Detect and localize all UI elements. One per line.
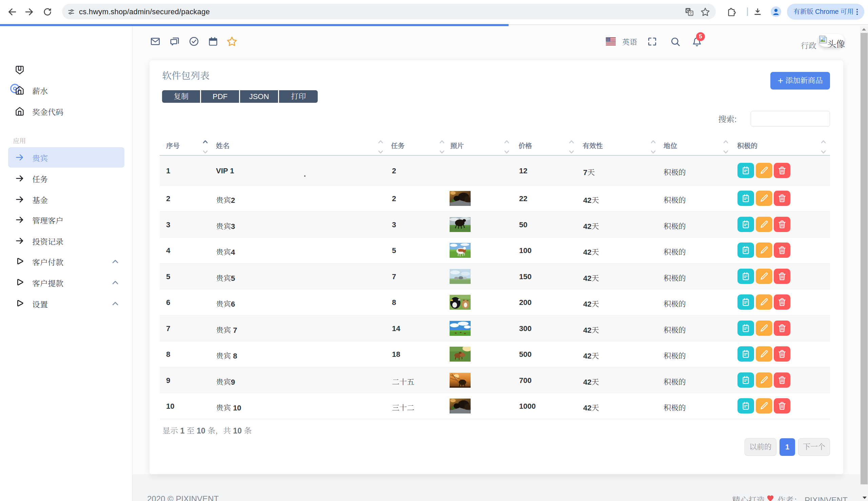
svg-text:文: 文 (688, 10, 692, 15)
